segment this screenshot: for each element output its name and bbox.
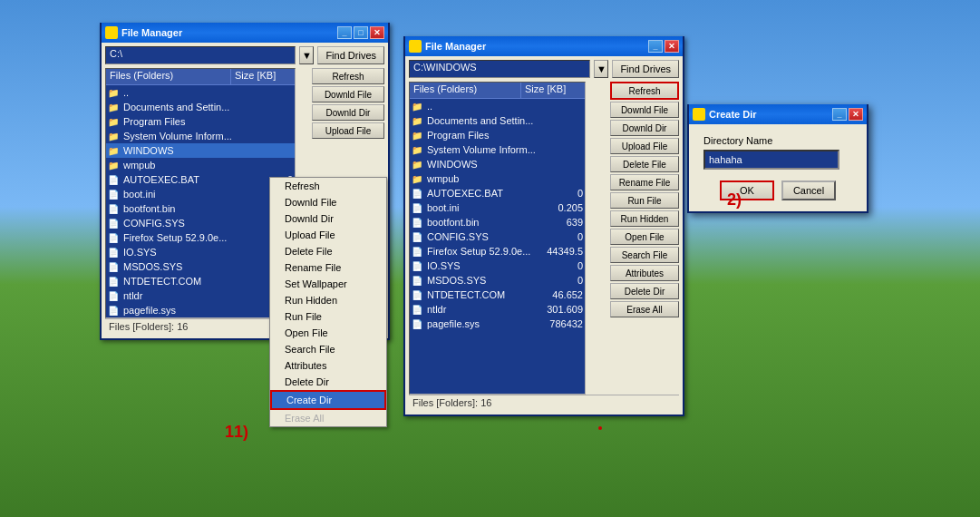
downld-file-btn-2[interactable]: Downld File [610, 102, 679, 118]
ctx-upload-file[interactable]: Upload File [270, 227, 386, 243]
delete-file-btn-2[interactable]: Delete File [610, 156, 679, 172]
list-item[interactable]: ntldr301.609 [410, 302, 585, 317]
list-item[interactable]: NTDETECT.COM46.6 [106, 274, 295, 288]
addr-combo-2[interactable]: C:\WINDOWS [409, 60, 590, 78]
list-item-windows[interactable]: WINDOWS [106, 143, 295, 158]
dialog-close[interactable]: ✕ [849, 108, 863, 121]
ctx-run-hidden[interactable]: Run Hidden [270, 292, 386, 308]
list-item[interactable]: IO.SYS0 [410, 258, 585, 273]
list-item[interactable]: System Volume Inform... [410, 142, 585, 157]
file-icon [412, 318, 424, 329]
list-item[interactable]: boot.ini0.205 [410, 200, 585, 215]
ctx-erase-all[interactable]: Erase All [270, 410, 386, 426]
list-item[interactable]: .. [106, 85, 295, 100]
file-icon [412, 202, 424, 213]
file-icon [412, 231, 424, 242]
search-file-btn-2[interactable]: Search File [610, 247, 679, 263]
run-hidden-btn-2[interactable]: Run Hidden [610, 210, 679, 227]
ctx-delete-dir[interactable]: Delete Dir [270, 374, 386, 390]
dialog-title: Create Dir [709, 109, 829, 120]
list-item[interactable]: IO.SYS0 [106, 245, 295, 259]
addr-combo-1[interactable]: C:\ [105, 46, 296, 64]
ctx-set-wallpaper[interactable]: Set Wallpaper [270, 276, 386, 292]
list-item[interactable]: Documents and Settin... [106, 100, 295, 114]
list-item[interactable]: System Volume Inform... [106, 129, 295, 143]
file-icon [108, 218, 121, 229]
open-file-btn-2[interactable]: Open File [610, 229, 679, 245]
find-drives-btn-2[interactable]: Find Drives [612, 60, 679, 78]
list-item[interactable]: Program Files [106, 114, 295, 129]
downld-dir-btn-1[interactable]: Downld Dir [312, 104, 384, 121]
list-item[interactable]: bootfont.bin639 [106, 201, 295, 216]
find-drives-btn-1[interactable]: Find Drives [317, 46, 384, 64]
cancel-button[interactable]: Cancel [781, 180, 836, 200]
upload-file-btn-2[interactable]: Upload File [610, 138, 679, 154]
list-item[interactable]: CONFIG.SYS0 [106, 216, 295, 230]
attributes-btn-2[interactable]: Attributes [610, 265, 679, 281]
ctx-downld-dir[interactable]: Downld Dir [270, 210, 386, 227]
list-item[interactable]: .. [410, 99, 585, 113]
ctx-attributes[interactable]: Attributes [270, 357, 386, 374]
minimize-btn-2[interactable]: _ [648, 40, 663, 53]
ctx-downld-file[interactable]: Downld File [270, 194, 386, 210]
ctx-open-file[interactable]: Open File [270, 325, 386, 341]
window-title-1: File Manager [121, 27, 334, 38]
run-file-btn-2[interactable]: Run File [610, 192, 679, 209]
dialog-title-bar: Create Dir _ ✕ [689, 104, 867, 124]
refresh-btn-2[interactable]: Refresh [610, 82, 679, 100]
list-item[interactable]: pagefile.sys786- [106, 303, 295, 317]
list-item[interactable]: wmpub [410, 171, 585, 186]
file-list-header-1: Files (Folders) Size [KB] [106, 69, 295, 85]
list-item[interactable]: Documents and Settin... [410, 113, 585, 128]
rename-file-btn-2[interactable]: Rename File [610, 174, 679, 190]
list-item[interactable]: Firefox Setup 52.9.0e...44349.5 [410, 244, 585, 258]
dir-name-label: Directory Name [703, 135, 852, 146]
list-item[interactable]: pagefile.sys786432 [410, 317, 585, 331]
upload-file-btn-1[interactable]: Upload File [312, 122, 384, 139]
folder-icon [108, 87, 121, 98]
list-item[interactable]: Firefox Setup 52.9.0e...443- [106, 230, 295, 245]
maximize-btn-1[interactable]: □ [354, 26, 368, 39]
list-item[interactable]: NTDETECT.COM46.652 [410, 288, 585, 302]
erase-all-btn-2[interactable]: Erase All [610, 301, 679, 317]
ctx-search-file[interactable]: Search File [270, 341, 386, 357]
downld-dir-btn-2[interactable]: Downld Dir [610, 120, 679, 136]
close-btn-2[interactable]: ✕ [665, 40, 679, 53]
file-list-2[interactable]: Files (Folders) Size [KB] .. Documents a… [409, 82, 586, 395]
downld-file-btn-1[interactable]: Downld File [312, 86, 384, 102]
list-item[interactable]: wmpub [106, 158, 295, 172]
minimize-btn-1[interactable]: _ [337, 26, 352, 39]
list-item[interactable]: bootfont.bin639 [410, 215, 585, 229]
list-item[interactable]: MSDOS.SYS0 [106, 259, 295, 274]
file-list-1[interactable]: Files (Folders) Size [KB] .. Documents a… [105, 68, 296, 318]
ctx-delete-file[interactable]: Delete File [270, 243, 386, 259]
close-btn-1[interactable]: ✕ [370, 26, 384, 39]
list-item[interactable]: AUTOEXEC.BAT0 [106, 172, 295, 187]
list-item[interactable]: MSDOS.SYS0 [410, 273, 585, 288]
ctx-create-dir[interactable]: Create Dir [270, 390, 386, 410]
file-icon [108, 305, 121, 316]
ctx-refresh[interactable]: Refresh [270, 178, 386, 194]
list-item[interactable]: AUTOEXEC.BAT0 [410, 186, 585, 200]
list-item[interactable]: CONFIG.SYS0 [410, 229, 585, 244]
col-files-2: Files (Folders) [410, 83, 521, 98]
list-item[interactable]: boot.ini0.2 [106, 187, 295, 201]
list-item[interactable]: ntldr301. [106, 288, 295, 303]
ctx-run-file[interactable]: Run File [270, 308, 386, 325]
list-item[interactable]: WINDOWS [410, 157, 585, 171]
list-item[interactable]: Program Files [410, 128, 585, 142]
dir-name-input[interactable] [703, 150, 839, 170]
addr-arrow-1[interactable]: ▼ [299, 46, 314, 64]
folder-icon [108, 116, 121, 127]
window-title-2: File Manager [425, 41, 645, 52]
file-icon [412, 304, 424, 315]
addr-row-1: C:\ ▼ Find Drives [105, 46, 384, 64]
dialog-minimize[interactable]: _ [832, 108, 847, 121]
right-btn-panel-2: Refresh Downld File Downld Dir Upload Fi… [610, 82, 679, 395]
file-icon [412, 289, 424, 300]
ctx-rename-file[interactable]: Rename File [270, 259, 386, 276]
refresh-btn-1[interactable]: Refresh [312, 68, 384, 84]
addr-arrow-2[interactable]: ▼ [594, 60, 608, 78]
folder-icon [412, 159, 424, 170]
delete-dir-btn-2[interactable]: Delete Dir [610, 283, 679, 299]
